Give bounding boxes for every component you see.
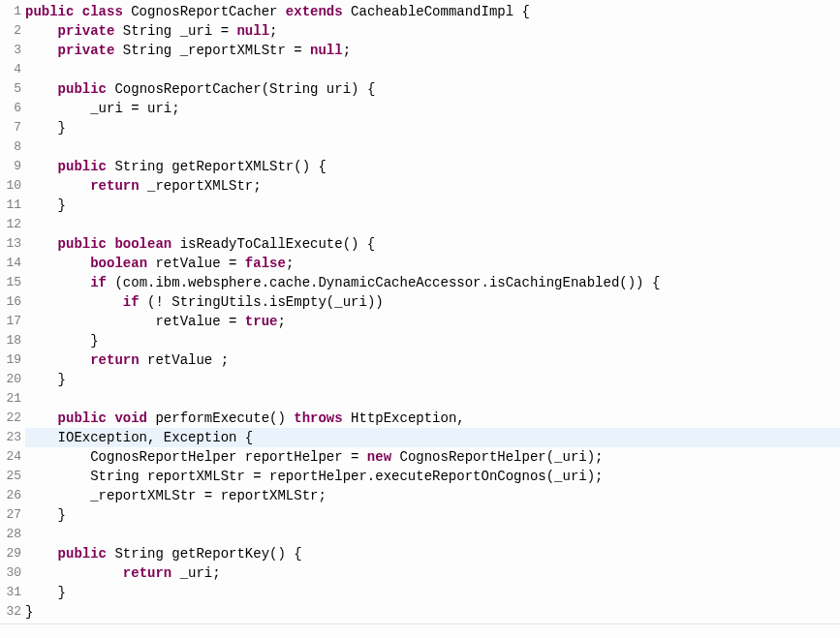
keyword-token: true bbox=[245, 314, 278, 329]
text-token: IOException, Exception { bbox=[25, 430, 253, 445]
text-token: CognosReportHelper reportHelper = bbox=[25, 449, 367, 465]
line-number: 15 bbox=[0, 273, 21, 292]
line-number: 30 bbox=[0, 563, 21, 583]
keyword-token: new bbox=[367, 449, 391, 465]
code-line: private String _reportXMLStr = null; bbox=[25, 41, 840, 60]
keyword-token: return bbox=[90, 352, 139, 368]
code-line: String reportXMLStr = reportHelper.execu… bbox=[25, 467, 840, 486]
line-number: 32 bbox=[0, 602, 21, 622]
line-number: 23 bbox=[0, 428, 21, 447]
text-token: performExecute() bbox=[147, 410, 294, 426]
text-token bbox=[25, 62, 33, 77]
keyword-token: public class bbox=[25, 4, 131, 19]
keyword-token: false bbox=[245, 256, 286, 271]
text-token: ; bbox=[269, 23, 277, 39]
text-token bbox=[25, 565, 123, 581]
line-number: 24 bbox=[0, 447, 21, 467]
text-token bbox=[25, 256, 90, 271]
code-line: } bbox=[25, 583, 840, 602]
line-number: 18 bbox=[0, 331, 21, 350]
text-token: ; bbox=[277, 314, 285, 329]
code-line: if (! StringUtils.isEmpty(_uri)) bbox=[25, 292, 840, 312]
code-line: _uri = uri; bbox=[25, 99, 840, 118]
line-number: 10 bbox=[0, 176, 21, 196]
text-token bbox=[25, 43, 58, 58]
line-number: 19 bbox=[0, 350, 21, 370]
keyword-token: null bbox=[310, 43, 343, 58]
line-number: 16 bbox=[0, 292, 21, 312]
text-token bbox=[25, 236, 58, 252]
code-line: if (com.ibm.websphere.cache.DynamicCache… bbox=[25, 273, 840, 292]
code-line: public boolean isReadyToCallExecute() { bbox=[25, 234, 840, 254]
text-token bbox=[25, 391, 33, 407]
text-token: _reportXMLStr; bbox=[140, 178, 262, 194]
text-token: CacheableCommandImpl { bbox=[343, 4, 530, 19]
line-number: 13 bbox=[0, 234, 21, 254]
line-number: 6 bbox=[0, 99, 21, 118]
keyword-token: return bbox=[123, 565, 171, 581]
line-number: 7 bbox=[0, 118, 21, 137]
code-line: public String getReportXMLStr() { bbox=[25, 157, 840, 176]
text-token bbox=[25, 81, 58, 97]
text-token: retValue = bbox=[147, 256, 245, 271]
text-token: _uri = uri; bbox=[25, 101, 180, 116]
code-line: IOException, Exception { bbox=[25, 428, 840, 447]
keyword-token: private bbox=[58, 23, 115, 39]
code-area: public class CognosReportCacher extends … bbox=[25, 0, 840, 623]
code-line: } bbox=[25, 370, 840, 389]
keyword-token: private bbox=[58, 43, 115, 58]
code-line: public void performExecute() throws Http… bbox=[25, 409, 840, 428]
line-number: 20 bbox=[0, 370, 21, 389]
line-number: 2 bbox=[0, 21, 21, 41]
code-line: } bbox=[25, 331, 840, 350]
line-number: 22 bbox=[0, 409, 21, 428]
text-token: CognosReportHelper(_uri); bbox=[391, 449, 603, 465]
code-line: return _uri; bbox=[25, 563, 840, 583]
code-line: _reportXMLStr = reportXMLStr; bbox=[25, 486, 840, 505]
text-token: ; bbox=[343, 43, 351, 58]
line-number: 3 bbox=[0, 41, 21, 60]
line-number: 8 bbox=[0, 137, 21, 157]
code-line: public CognosReportCacher(String uri) { bbox=[25, 79, 840, 99]
text-token: } bbox=[25, 604, 33, 620]
keyword-token: if bbox=[90, 275, 107, 290]
keyword-token: null bbox=[236, 23, 269, 39]
keyword-token: extends bbox=[286, 4, 343, 19]
code-line: private String _uri = null; bbox=[25, 21, 840, 41]
line-number: 12 bbox=[0, 215, 21, 234]
line-number: 21 bbox=[0, 389, 21, 409]
line-number: 26 bbox=[0, 486, 21, 505]
text-token bbox=[25, 352, 90, 368]
line-number: 5 bbox=[0, 79, 21, 99]
line-number-gutter: 1234567891011121314151617181920212223242… bbox=[0, 0, 25, 623]
text-token bbox=[25, 159, 58, 174]
line-number: 11 bbox=[0, 196, 21, 215]
line-number: 9 bbox=[0, 157, 21, 176]
text-token: retValue ; bbox=[140, 352, 229, 368]
text-token: } bbox=[25, 585, 66, 600]
code-line: } bbox=[25, 196, 840, 215]
keyword-token: public bbox=[58, 81, 107, 97]
text-token: (com.ibm.websphere.cache.DynamicCacheAcc… bbox=[107, 275, 660, 290]
code-line: } bbox=[25, 505, 840, 525]
code-line bbox=[25, 389, 840, 409]
line-number: 28 bbox=[0, 525, 21, 544]
line-number: 31 bbox=[0, 583, 21, 602]
text-token: } bbox=[25, 197, 66, 213]
text-token: } bbox=[25, 507, 66, 523]
text-token: isReadyToCallExecute() { bbox=[171, 236, 375, 252]
text-token: } bbox=[25, 372, 66, 387]
code-editor: 1234567891011121314151617181920212223242… bbox=[0, 0, 840, 624]
text-token bbox=[25, 294, 123, 310]
code-line: } bbox=[25, 602, 840, 622]
text-token bbox=[25, 23, 58, 39]
text-token: CognosReportCacher bbox=[131, 4, 286, 19]
line-number: 27 bbox=[0, 505, 21, 525]
code-line bbox=[25, 60, 840, 79]
line-number: 14 bbox=[0, 254, 21, 273]
code-line: return _reportXMLStr; bbox=[25, 176, 840, 196]
keyword-token: public void bbox=[58, 410, 147, 426]
keyword-token: return bbox=[90, 178, 139, 194]
code-line: boolean retValue = false; bbox=[25, 254, 840, 273]
text-token bbox=[25, 178, 90, 194]
